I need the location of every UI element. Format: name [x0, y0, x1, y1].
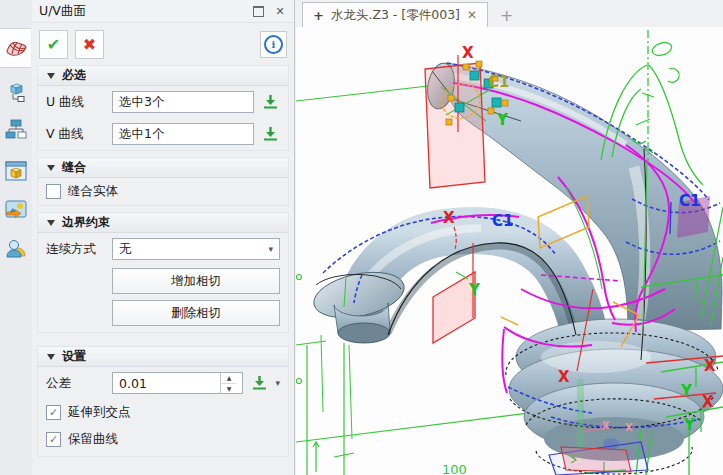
uv-surface-options-panel: U/V曲面 ✕ ✔ ✖ i 必选 U 曲线 选中3个	[32, 0, 295, 475]
visual-manager-icon[interactable]	[3, 196, 29, 222]
section-boundary-header[interactable]: 边界约束	[38, 213, 288, 233]
section-settings-title: 设置	[62, 348, 86, 365]
v-curves-input[interactable]: 选中1个	[112, 123, 254, 145]
person-icon	[5, 238, 27, 260]
tolerance-value: 0.01	[119, 376, 147, 391]
extend-checkbox[interactable]: ✓	[46, 405, 61, 420]
window-cube-icon	[5, 160, 27, 182]
flowchart-icon	[5, 118, 27, 140]
keep-curves-checkbox[interactable]: ✓	[46, 432, 61, 447]
keep-curves-label: 保留曲线	[68, 431, 118, 448]
ok-button[interactable]: ✔	[39, 30, 68, 59]
info-icon: i	[264, 35, 283, 54]
mesh-surface-icon	[4, 37, 28, 59]
v-curves-label: V 曲线	[46, 126, 106, 143]
extend-label: 延伸到交点	[68, 404, 131, 421]
panel-title: U/V曲面	[39, 3, 86, 20]
sew-entity-row: 缝合实体	[38, 178, 288, 205]
section-settings: 设置 公差 0.01 ▲ ▼ ▾	[37, 346, 289, 457]
continuity-value: 无	[119, 241, 132, 258]
collapse-triangle-icon	[47, 73, 55, 79]
tolerance-input[interactable]: 0.01 ▲ ▼	[112, 372, 243, 394]
document-modified-icon: +	[313, 8, 324, 23]
section-required-header[interactable]: 必选	[38, 66, 288, 86]
dimension-label: 100	[442, 462, 467, 475]
solid-manager-icon[interactable]	[3, 80, 29, 106]
hierarchy-manager-icon[interactable]	[3, 116, 29, 142]
add-tangent-button[interactable]: 增加相切	[112, 268, 280, 294]
v-curves-row: V 曲线 选中1个	[38, 118, 288, 150]
curve-label: C1	[488, 73, 509, 91]
axis-label: X	[702, 393, 714, 411]
continuity-row: 连续方式 无 ▾	[38, 233, 288, 265]
remove-tangent-row: 删除相切	[38, 297, 288, 332]
sew-entity-checkbox[interactable]	[46, 184, 61, 199]
document-tab[interactable]: + 水龙头.Z3 - [零件003] ✕	[302, 2, 488, 27]
left-tool-strip	[0, 0, 33, 475]
section-boundary: 边界约束 连续方式 无 ▾ 增加相切 删除相切	[37, 212, 289, 333]
keep-curves-row: ✓ 保留曲线	[38, 426, 288, 456]
tab-close-icon[interactable]: ✕	[467, 8, 477, 22]
info-button[interactable]: i	[260, 31, 287, 58]
section-sew: 缝合 缝合实体	[37, 157, 289, 206]
chevron-down-icon[interactable]: ▾	[275, 378, 280, 388]
section-required-title: 必选	[62, 67, 86, 84]
u-curves-input[interactable]: 选中3个	[112, 91, 254, 113]
tolerance-spinner[interactable]: ▲ ▼	[220, 373, 236, 393]
continuity-label: 连续方式	[46, 241, 106, 258]
faucet-scene: X C1 Y X C1 Y C1 X X Y X Y 100 X X	[296, 27, 723, 475]
tolerance-pick-arrow-icon[interactable]	[249, 373, 269, 393]
document-tabbar: + 水龙头.Z3 - [零件003] ✕ +	[296, 0, 723, 28]
faucet-model	[310, 61, 723, 461]
collapse-triangle-icon	[47, 220, 55, 226]
tolerance-row: 公差 0.01 ▲ ▼ ▾	[38, 367, 288, 399]
section-sew-header[interactable]: 缝合	[38, 158, 288, 178]
panel-close-icon[interactable]: ✕	[273, 4, 287, 18]
datum-plane-red	[561, 447, 631, 472]
view-manager-icon[interactable]	[3, 158, 29, 184]
cancel-button[interactable]: ✖	[75, 30, 104, 59]
axis-label: X	[443, 209, 455, 227]
spin-down-icon[interactable]: ▼	[221, 384, 236, 394]
continuity-dropdown[interactable]: 无 ▾	[112, 238, 280, 260]
sew-entity-label: 缝合实体	[68, 183, 118, 200]
axis-label: X	[558, 368, 570, 386]
axis-label: Y	[683, 416, 696, 434]
section-required: 必选 U 曲线 选中3个 V 曲线 选中1个	[37, 65, 289, 151]
extend-row: ✓ 延伸到交点	[38, 399, 288, 426]
section-sew-title: 缝合	[62, 159, 86, 176]
axis-label: X	[462, 44, 474, 62]
user-manager-icon[interactable]	[3, 236, 29, 262]
axis-label: Y	[496, 111, 509, 129]
cad-application-window: U/V曲面 ✕ ✔ ✖ i 必选 U 曲线 选中3个	[0, 0, 723, 475]
remove-tangent-button[interactable]: 删除相切	[112, 300, 280, 326]
collapse-triangle-icon	[47, 165, 55, 171]
new-tab-button[interactable]: +	[488, 3, 525, 27]
cube-tree-icon	[5, 82, 27, 104]
v-pick-arrow-icon[interactable]	[260, 124, 280, 144]
command-row: ✔ ✖ i	[39, 29, 287, 59]
collapse-triangle-icon	[47, 354, 55, 360]
section-boundary-title: 边界约束	[62, 214, 110, 231]
axis-label: X	[704, 357, 716, 375]
curve-label: C1	[679, 192, 700, 210]
curve-label: C1	[492, 212, 513, 230]
axis-label: Y	[680, 382, 693, 400]
add-tangent-row: 增加相切	[38, 265, 288, 297]
image-sun-icon	[5, 198, 27, 220]
axis-label-faint: X	[602, 420, 610, 431]
section-settings-header[interactable]: 设置	[38, 347, 288, 367]
head-datum-plane	[425, 63, 485, 188]
chevron-down-icon: ▾	[268, 244, 273, 254]
3d-viewport[interactable]: X C1 Y X C1 Y C1 X X Y X Y 100 X X	[296, 27, 723, 475]
uv-surface-tool-icon[interactable]	[0, 28, 31, 68]
u-curves-label: U 曲线	[46, 94, 106, 111]
axis-label: Y	[468, 281, 481, 299]
main-area: + 水龙头.Z3 - [零件003] ✕ +	[296, 0, 723, 475]
panel-titlebar[interactable]: U/V曲面 ✕	[32, 0, 294, 23]
document-tab-title: 水龙头.Z3 - [零件003]	[331, 7, 460, 24]
panel-restore-icon[interactable]	[251, 4, 265, 18]
tolerance-label: 公差	[46, 375, 106, 392]
u-pick-arrow-icon[interactable]	[260, 92, 280, 112]
spin-up-icon[interactable]: ▲	[221, 373, 236, 384]
